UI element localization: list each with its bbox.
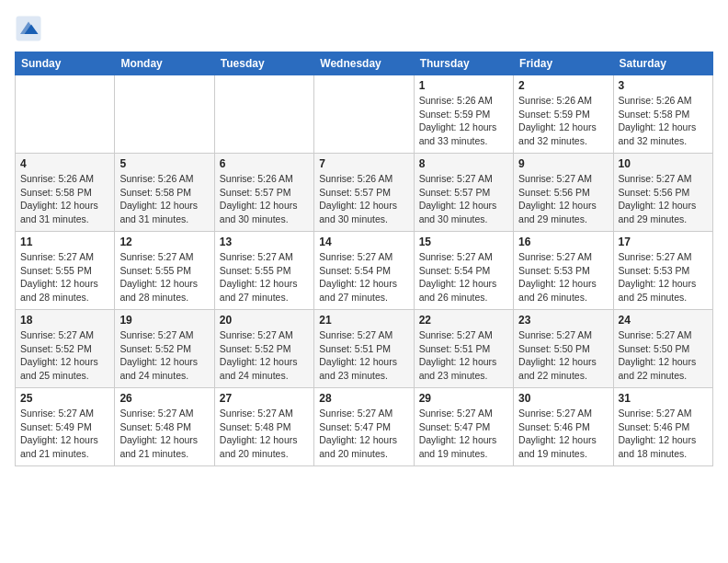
day-number: 30 (518, 392, 608, 405)
day-cell: 8Sunrise: 5:27 AMSunset: 5:57 PMDaylight… (414, 154, 513, 232)
day-cell: 7Sunrise: 5:26 AMSunset: 5:57 PMDaylight… (314, 154, 414, 232)
day-cell: 25Sunrise: 5:27 AMSunset: 5:49 PMDayligh… (16, 388, 115, 466)
day-info: Sunrise: 5:27 AMSunset: 5:52 PMDaylight:… (20, 328, 109, 383)
logo (15, 15, 46, 42)
day-cell: 28Sunrise: 5:27 AMSunset: 5:47 PMDayligh… (314, 388, 414, 466)
day-number: 22 (419, 314, 508, 327)
day-number: 3 (619, 79, 708, 92)
day-info: Sunrise: 5:27 AMSunset: 5:54 PMDaylight:… (419, 250, 508, 304)
day-cell: 24Sunrise: 5:27 AMSunset: 5:50 PMDayligh… (613, 310, 712, 388)
day-number: 23 (518, 314, 608, 327)
day-number: 15 (419, 236, 508, 248)
day-cell: 10Sunrise: 5:27 AMSunset: 5:56 PMDayligh… (613, 154, 712, 232)
day-info: Sunrise: 5:26 AMSunset: 5:57 PMDaylight:… (319, 172, 408, 226)
day-number: 5 (119, 157, 209, 170)
day-cell: 4Sunrise: 5:26 AMSunset: 5:58 PMDaylight… (16, 154, 115, 232)
day-number: 20 (220, 314, 309, 327)
header-row: SundayMondayTuesdayWednesdayThursdayFrid… (16, 52, 713, 75)
day-cell (115, 75, 214, 154)
header-saturday: Saturday (613, 52, 712, 75)
logo-icon (15, 15, 42, 42)
day-cell: 12Sunrise: 5:27 AMSunset: 5:55 PMDayligh… (115, 232, 214, 310)
day-number: 31 (619, 392, 708, 405)
day-cell: 1Sunrise: 5:26 AMSunset: 5:59 PMDaylight… (414, 75, 513, 154)
day-cell: 9Sunrise: 5:27 AMSunset: 5:56 PMDaylight… (514, 154, 613, 232)
week-row-5: 25Sunrise: 5:27 AMSunset: 5:49 PMDayligh… (16, 388, 713, 466)
week-row-1: 1Sunrise: 5:26 AMSunset: 5:59 PMDaylight… (16, 75, 713, 154)
header-thursday: Thursday (414, 52, 513, 75)
day-number: 26 (119, 392, 209, 405)
day-number: 11 (20, 236, 109, 248)
day-cell (16, 75, 115, 154)
week-row-2: 4Sunrise: 5:26 AMSunset: 5:58 PMDaylight… (16, 154, 713, 232)
day-cell: 14Sunrise: 5:27 AMSunset: 5:54 PMDayligh… (314, 232, 414, 310)
day-number: 25 (20, 392, 109, 405)
day-cell: 13Sunrise: 5:27 AMSunset: 5:55 PMDayligh… (214, 232, 313, 310)
day-number: 21 (319, 314, 408, 327)
day-cell: 5Sunrise: 5:26 AMSunset: 5:58 PMDaylight… (115, 154, 214, 232)
day-info: Sunrise: 5:27 AMSunset: 5:52 PMDaylight:… (119, 328, 209, 383)
day-number: 4 (20, 157, 109, 170)
day-cell: 20Sunrise: 5:27 AMSunset: 5:52 PMDayligh… (214, 310, 313, 388)
day-cell: 31Sunrise: 5:27 AMSunset: 5:46 PMDayligh… (613, 388, 712, 466)
day-number: 17 (619, 236, 708, 248)
day-number: 19 (119, 314, 209, 327)
day-cell (314, 75, 414, 154)
calendar-body: 1Sunrise: 5:26 AMSunset: 5:59 PMDaylight… (16, 75, 713, 466)
week-row-4: 18Sunrise: 5:27 AMSunset: 5:52 PMDayligh… (16, 310, 713, 388)
day-info: Sunrise: 5:27 AMSunset: 5:49 PMDaylight:… (20, 407, 109, 461)
week-row-3: 11Sunrise: 5:27 AMSunset: 5:55 PMDayligh… (16, 232, 713, 310)
day-info: Sunrise: 5:27 AMSunset: 5:48 PMDaylight:… (119, 407, 209, 461)
day-number: 29 (419, 392, 508, 405)
day-number: 2 (518, 79, 608, 92)
day-cell: 23Sunrise: 5:27 AMSunset: 5:50 PMDayligh… (514, 310, 613, 388)
day-info: Sunrise: 5:27 AMSunset: 5:50 PMDaylight:… (518, 328, 608, 383)
day-cell: 2Sunrise: 5:26 AMSunset: 5:59 PMDaylight… (514, 75, 613, 154)
day-cell: 21Sunrise: 5:27 AMSunset: 5:51 PMDayligh… (314, 310, 414, 388)
day-info: Sunrise: 5:27 AMSunset: 5:53 PMDaylight:… (619, 250, 708, 304)
day-cell: 16Sunrise: 5:27 AMSunset: 5:53 PMDayligh… (514, 232, 613, 310)
day-cell: 19Sunrise: 5:27 AMSunset: 5:52 PMDayligh… (115, 310, 214, 388)
day-cell: 22Sunrise: 5:27 AMSunset: 5:51 PMDayligh… (414, 310, 513, 388)
day-number: 6 (220, 157, 309, 170)
day-info: Sunrise: 5:26 AMSunset: 5:57 PMDaylight:… (220, 172, 309, 226)
day-info: Sunrise: 5:27 AMSunset: 5:53 PMDaylight:… (518, 250, 608, 304)
day-cell (214, 75, 313, 154)
day-info: Sunrise: 5:27 AMSunset: 5:51 PMDaylight:… (319, 328, 408, 383)
day-info: Sunrise: 5:26 AMSunset: 5:58 PMDaylight:… (119, 172, 209, 226)
day-info: Sunrise: 5:27 AMSunset: 5:47 PMDaylight:… (419, 407, 508, 461)
day-cell: 15Sunrise: 5:27 AMSunset: 5:54 PMDayligh… (414, 232, 513, 310)
day-cell: 6Sunrise: 5:26 AMSunset: 5:57 PMDaylight… (214, 154, 313, 232)
day-info: Sunrise: 5:27 AMSunset: 5:55 PMDaylight:… (119, 250, 209, 304)
day-number: 16 (518, 236, 608, 248)
day-number: 7 (319, 157, 408, 170)
day-info: Sunrise: 5:27 AMSunset: 5:46 PMDaylight:… (518, 407, 608, 461)
day-info: Sunrise: 5:26 AMSunset: 5:58 PMDaylight:… (20, 172, 109, 226)
day-info: Sunrise: 5:26 AMSunset: 5:59 PMDaylight:… (419, 94, 508, 148)
calendar-table: SundayMondayTuesdayWednesdayThursdayFrid… (15, 52, 713, 466)
day-number: 9 (518, 157, 608, 170)
day-cell: 29Sunrise: 5:27 AMSunset: 5:47 PMDayligh… (414, 388, 513, 466)
day-info: Sunrise: 5:27 AMSunset: 5:47 PMDaylight:… (319, 407, 408, 461)
day-info: Sunrise: 5:26 AMSunset: 5:59 PMDaylight:… (518, 94, 608, 148)
day-info: Sunrise: 5:27 AMSunset: 5:57 PMDaylight:… (419, 172, 508, 226)
day-info: Sunrise: 5:27 AMSunset: 5:48 PMDaylight:… (220, 407, 309, 461)
header-tuesday: Tuesday (214, 52, 313, 75)
day-cell: 18Sunrise: 5:27 AMSunset: 5:52 PMDayligh… (16, 310, 115, 388)
day-cell: 11Sunrise: 5:27 AMSunset: 5:55 PMDayligh… (16, 232, 115, 310)
day-info: Sunrise: 5:27 AMSunset: 5:51 PMDaylight:… (419, 328, 508, 383)
day-info: Sunrise: 5:27 AMSunset: 5:55 PMDaylight:… (20, 250, 109, 304)
header-sunday: Sunday (16, 52, 115, 75)
day-info: Sunrise: 5:27 AMSunset: 5:56 PMDaylight:… (619, 172, 708, 226)
header-monday: Monday (115, 52, 214, 75)
day-info: Sunrise: 5:27 AMSunset: 5:50 PMDaylight:… (619, 328, 708, 383)
day-info: Sunrise: 5:27 AMSunset: 5:55 PMDaylight:… (220, 250, 309, 304)
day-cell: 27Sunrise: 5:27 AMSunset: 5:48 PMDayligh… (214, 388, 313, 466)
day-cell: 3Sunrise: 5:26 AMSunset: 5:58 PMDaylight… (613, 75, 712, 154)
day-number: 8 (419, 157, 508, 170)
day-cell: 17Sunrise: 5:27 AMSunset: 5:53 PMDayligh… (613, 232, 712, 310)
day-info: Sunrise: 5:27 AMSunset: 5:54 PMDaylight:… (319, 250, 408, 304)
day-cell: 26Sunrise: 5:27 AMSunset: 5:48 PMDayligh… (115, 388, 214, 466)
page-header (15, 15, 713, 42)
day-number: 12 (119, 236, 209, 248)
